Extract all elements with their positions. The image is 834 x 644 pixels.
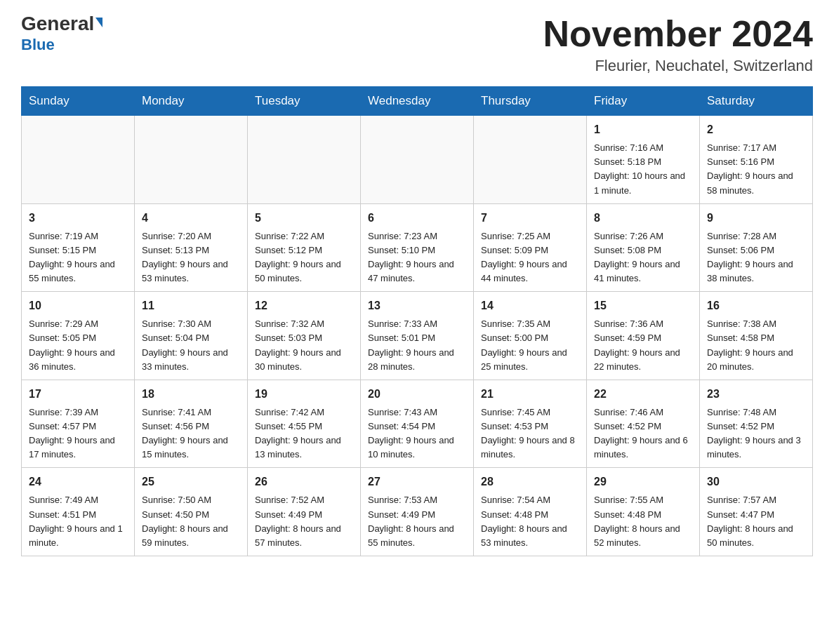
day-number: 9 bbox=[707, 210, 805, 227]
weekday-header-thursday: Thursday bbox=[474, 87, 587, 116]
day-number: 24 bbox=[29, 474, 127, 490]
week-row-3: 10Sunrise: 7:29 AMSunset: 5:05 PMDayligh… bbox=[22, 292, 813, 380]
calendar-cell: 19Sunrise: 7:42 AMSunset: 4:55 PMDayligh… bbox=[248, 380, 361, 468]
calendar-cell: 6Sunrise: 7:23 AMSunset: 5:10 PMDaylight… bbox=[361, 203, 474, 292]
day-number: 29 bbox=[594, 474, 692, 490]
month-title: November 2024 bbox=[543, 14, 813, 54]
day-info: Sunrise: 7:42 AMSunset: 4:55 PMDaylight:… bbox=[255, 405, 353, 462]
day-info: Sunrise: 7:25 AMSunset: 5:09 PMDaylight:… bbox=[481, 229, 579, 286]
calendar-cell: 5Sunrise: 7:22 AMSunset: 5:12 PMDaylight… bbox=[248, 203, 361, 292]
calendar-cell: 12Sunrise: 7:32 AMSunset: 5:03 PMDayligh… bbox=[248, 292, 361, 380]
day-number: 21 bbox=[481, 386, 579, 403]
day-number: 22 bbox=[594, 386, 692, 403]
day-info: Sunrise: 7:29 AMSunset: 5:05 PMDaylight:… bbox=[29, 317, 127, 374]
calendar-cell: 27Sunrise: 7:53 AMSunset: 4:49 PMDayligh… bbox=[361, 468, 474, 556]
day-info: Sunrise: 7:45 AMSunset: 4:53 PMDaylight:… bbox=[481, 405, 579, 462]
location-text: Fleurier, Neuchatel, Switzerland bbox=[543, 57, 813, 75]
day-info: Sunrise: 7:32 AMSunset: 5:03 PMDaylight:… bbox=[255, 317, 353, 374]
calendar-cell: 3Sunrise: 7:19 AMSunset: 5:15 PMDaylight… bbox=[22, 203, 135, 292]
day-number: 5 bbox=[255, 210, 353, 227]
calendar-cell: 29Sunrise: 7:55 AMSunset: 4:48 PMDayligh… bbox=[587, 468, 700, 556]
day-info: Sunrise: 7:52 AMSunset: 4:49 PMDaylight:… bbox=[255, 493, 353, 550]
calendar-cell: 10Sunrise: 7:29 AMSunset: 5:05 PMDayligh… bbox=[22, 292, 135, 380]
calendar-cell bbox=[248, 116, 361, 204]
weekday-header-wednesday: Wednesday bbox=[361, 87, 474, 116]
day-number: 15 bbox=[594, 297, 692, 314]
weekday-header-row: SundayMondayTuesdayWednesdayThursdayFrid… bbox=[22, 87, 813, 116]
week-row-5: 24Sunrise: 7:49 AMSunset: 4:51 PMDayligh… bbox=[22, 468, 813, 556]
day-number: 16 bbox=[707, 297, 805, 314]
day-info: Sunrise: 7:48 AMSunset: 4:52 PMDaylight:… bbox=[707, 405, 805, 462]
calendar-cell: 16Sunrise: 7:38 AMSunset: 4:58 PMDayligh… bbox=[700, 292, 813, 380]
calendar-cell: 2Sunrise: 7:17 AMSunset: 5:16 PMDaylight… bbox=[700, 116, 813, 204]
day-number: 14 bbox=[481, 297, 579, 314]
day-info: Sunrise: 7:35 AMSunset: 5:00 PMDaylight:… bbox=[481, 317, 579, 374]
weekday-header-saturday: Saturday bbox=[700, 87, 813, 116]
day-number: 13 bbox=[368, 297, 466, 314]
weekday-header-monday: Monday bbox=[135, 87, 248, 116]
calendar-cell bbox=[361, 116, 474, 204]
calendar-cell: 8Sunrise: 7:26 AMSunset: 5:08 PMDaylight… bbox=[587, 203, 700, 292]
day-number: 30 bbox=[707, 474, 805, 490]
day-number: 10 bbox=[29, 297, 127, 314]
day-number: 25 bbox=[142, 474, 240, 490]
day-number: 4 bbox=[142, 210, 240, 227]
day-info: Sunrise: 7:17 AMSunset: 5:16 PMDaylight:… bbox=[707, 141, 805, 198]
title-area: November 2024 Fleurier, Neuchatel, Switz… bbox=[543, 14, 813, 75]
calendar-table: SundayMondayTuesdayWednesdayThursdayFrid… bbox=[21, 86, 813, 556]
logo-text: General Blue bbox=[21, 14, 102, 53]
calendar-cell: 15Sunrise: 7:36 AMSunset: 4:59 PMDayligh… bbox=[587, 292, 700, 380]
calendar-cell bbox=[135, 116, 248, 204]
day-number: 17 bbox=[29, 386, 127, 403]
day-info: Sunrise: 7:39 AMSunset: 4:57 PMDaylight:… bbox=[29, 405, 127, 462]
weekday-header-friday: Friday bbox=[587, 87, 700, 116]
day-info: Sunrise: 7:50 AMSunset: 4:50 PMDaylight:… bbox=[142, 493, 240, 550]
calendar-cell: 25Sunrise: 7:50 AMSunset: 4:50 PMDayligh… bbox=[135, 468, 248, 556]
day-number: 23 bbox=[707, 386, 805, 403]
calendar-cell bbox=[474, 116, 587, 204]
day-number: 8 bbox=[594, 210, 692, 227]
day-number: 20 bbox=[368, 386, 466, 403]
weekday-header-sunday: Sunday bbox=[22, 87, 135, 116]
day-number: 3 bbox=[29, 210, 127, 227]
day-info: Sunrise: 7:38 AMSunset: 4:58 PMDaylight:… bbox=[707, 317, 805, 374]
day-info: Sunrise: 7:30 AMSunset: 5:04 PMDaylight:… bbox=[142, 317, 240, 374]
day-info: Sunrise: 7:28 AMSunset: 5:06 PMDaylight:… bbox=[707, 229, 805, 286]
calendar-cell: 9Sunrise: 7:28 AMSunset: 5:06 PMDaylight… bbox=[700, 203, 813, 292]
day-info: Sunrise: 7:33 AMSunset: 5:01 PMDaylight:… bbox=[368, 317, 466, 374]
day-info: Sunrise: 7:54 AMSunset: 4:48 PMDaylight:… bbox=[481, 493, 579, 550]
calendar-cell: 24Sunrise: 7:49 AMSunset: 4:51 PMDayligh… bbox=[22, 468, 135, 556]
day-number: 19 bbox=[255, 386, 353, 403]
day-number: 6 bbox=[368, 210, 466, 227]
calendar-cell: 17Sunrise: 7:39 AMSunset: 4:57 PMDayligh… bbox=[22, 380, 135, 468]
calendar-cell: 23Sunrise: 7:48 AMSunset: 4:52 PMDayligh… bbox=[700, 380, 813, 468]
weekday-header-tuesday: Tuesday bbox=[248, 87, 361, 116]
day-info: Sunrise: 7:43 AMSunset: 4:54 PMDaylight:… bbox=[368, 405, 466, 462]
calendar-cell: 11Sunrise: 7:30 AMSunset: 5:04 PMDayligh… bbox=[135, 292, 248, 380]
day-info: Sunrise: 7:57 AMSunset: 4:47 PMDaylight:… bbox=[707, 493, 805, 550]
day-info: Sunrise: 7:23 AMSunset: 5:10 PMDaylight:… bbox=[368, 229, 466, 286]
calendar-cell bbox=[22, 116, 135, 204]
calendar-cell: 14Sunrise: 7:35 AMSunset: 5:00 PMDayligh… bbox=[474, 292, 587, 380]
day-info: Sunrise: 7:26 AMSunset: 5:08 PMDaylight:… bbox=[594, 229, 692, 286]
day-number: 18 bbox=[142, 386, 240, 403]
calendar-cell: 4Sunrise: 7:20 AMSunset: 5:13 PMDaylight… bbox=[135, 203, 248, 292]
logo: General Blue bbox=[21, 14, 102, 53]
day-number: 28 bbox=[481, 474, 579, 490]
day-number: 7 bbox=[481, 210, 579, 227]
calendar-cell: 21Sunrise: 7:45 AMSunset: 4:53 PMDayligh… bbox=[474, 380, 587, 468]
day-info: Sunrise: 7:36 AMSunset: 4:59 PMDaylight:… bbox=[594, 317, 692, 374]
logo-blue: Blue bbox=[21, 36, 55, 53]
day-info: Sunrise: 7:19 AMSunset: 5:15 PMDaylight:… bbox=[29, 229, 127, 286]
day-number: 1 bbox=[594, 121, 692, 138]
day-info: Sunrise: 7:46 AMSunset: 4:52 PMDaylight:… bbox=[594, 405, 692, 462]
day-number: 27 bbox=[368, 474, 466, 490]
calendar-cell: 26Sunrise: 7:52 AMSunset: 4:49 PMDayligh… bbox=[248, 468, 361, 556]
calendar-cell: 1Sunrise: 7:16 AMSunset: 5:18 PMDaylight… bbox=[587, 116, 700, 204]
week-row-1: 1Sunrise: 7:16 AMSunset: 5:18 PMDaylight… bbox=[22, 116, 813, 204]
logo-triangle-icon bbox=[95, 18, 102, 27]
day-info: Sunrise: 7:16 AMSunset: 5:18 PMDaylight:… bbox=[594, 141, 692, 198]
day-info: Sunrise: 7:55 AMSunset: 4:48 PMDaylight:… bbox=[594, 493, 692, 550]
day-info: Sunrise: 7:49 AMSunset: 4:51 PMDaylight:… bbox=[29, 493, 127, 550]
calendar-cell: 28Sunrise: 7:54 AMSunset: 4:48 PMDayligh… bbox=[474, 468, 587, 556]
